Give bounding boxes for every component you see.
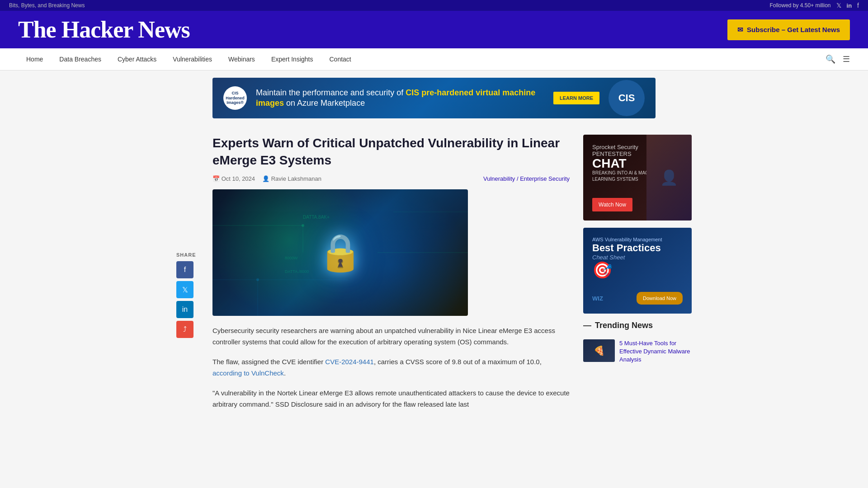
nav-webinars[interactable]: Webinars [220,48,263,70]
trending-item-1-text[interactable]: 5 Must-Have Tools for Effective Dynamic … [619,339,692,364]
vulncheck-link[interactable]: according to VulnCheck [212,369,284,377]
share-facebook-button[interactable]: f [176,261,193,278]
facebook-icon[interactable]: f [857,2,859,9]
share-buttons: f 𝕏 in ⤴ [176,261,203,338]
article-hero-image: DATTA.8AK+ 8000W DATTA./8000 🔒 [212,189,468,316]
article-main: Experts Warn of Critical Unpatched Vulne… [203,126,583,427]
aws-ad-brand: WIZ [592,295,603,302]
aws-ad-footer: WIZ Download Now [592,292,683,305]
trending-section: Trending News 🍕 5 Must-Have Tools for Ef… [583,321,692,364]
linkedin-icon[interactable]: in [847,2,852,9]
article-paragraph-2: The flaw, assigned the CVE identifier CV… [212,356,570,379]
article-sidebar: Sprocket Security PENTESTERS CHAT BREAKI… [583,126,692,427]
pentesters-ad-cta[interactable]: Watch Now [592,198,632,211]
nav-data-breaches[interactable]: Data Breaches [51,48,109,70]
aws-ad-icon: 🎯 [592,261,683,280]
banner-ad-highlight: CIS pre-hardened virtual machine images [256,88,535,108]
subscribe-icon: ✉ [737,26,743,34]
pentesters-ad[interactable]: Sprocket Security PENTESTERS CHAT BREAKI… [583,135,692,221]
aws-ad-label: AWS Vulnerability Management [592,237,683,242]
banner-ad-headline: Maintain the performance and security of… [256,88,544,109]
twitter-icon[interactable]: 𝕏 [836,2,841,9]
banner-ad-text: Maintain the performance and security of… [256,88,544,109]
nav-home[interactable]: Home [18,48,51,70]
share-sidebar: SHARE f 𝕏 in ⤴ [176,126,203,427]
subscribe-label: Subscribe – Get Latest News [747,26,840,33]
trending-item-1: 🍕 5 Must-Have Tools for Effective Dynami… [583,339,692,364]
article-image-overlay: 🔒 [212,189,468,316]
aws-ad[interactable]: AWS Vulnerability Management Best Practi… [583,228,692,314]
menu-icon[interactable]: ☰ [843,54,850,64]
aws-ad-content: AWS Vulnerability Management Best Practi… [592,237,683,280]
article-paragraph-3: "A vulnerability in the Nortek Linear eM… [212,387,570,410]
subscribe-button[interactable]: ✉ Subscribe – Get Latest News [727,19,850,40]
nav-links: Home Data Breaches Cyber Attacks Vulnera… [18,48,359,70]
article-author[interactable]: Ravie Lakshmanan [262,175,321,182]
nav-icons: 🔍 ☰ [826,54,850,64]
nav-contact[interactable]: Contact [321,48,359,70]
lock-icon: 🔒 [318,231,363,274]
article-meta: Oct 10, 2024 Ravie Lakshmanan Vulnerabil… [212,175,570,182]
article-title: Experts Warn of Critical Unpatched Vulne… [212,135,570,169]
pentesters-ad-faces: 👤 [646,135,692,221]
cve-link[interactable]: CVE-2024-9441 [325,358,374,366]
top-bar: Bits, Bytes, and Breaking News Followed … [0,0,868,11]
share-label: SHARE [176,252,203,258]
nav-expert-insights[interactable]: Expert Insights [263,48,321,70]
share-twitter-button[interactable]: 𝕏 [176,281,193,298]
banner-ad-logo: CIS Hardened Images® [223,86,247,110]
site-title[interactable]: The Hacker News [18,16,190,43]
nav-vulnerabilities[interactable]: Vulnerabilities [165,48,220,70]
share-linkedin-button[interactable]: in [176,301,193,318]
followers-text: Followed by 4.50+ million [769,2,830,9]
article-paragraph-1: Cybersecurity security researchers are w… [212,325,570,348]
main-nav: Home Data Breaches Cyber Attacks Vulnera… [0,48,868,70]
main-container: SHARE f 𝕏 in ⤴ Experts Warn of Critical … [167,126,701,427]
aws-ad-subtitle: Cheat Sheet [592,254,683,261]
article-meta-left: Oct 10, 2024 Ravie Lakshmanan [212,175,321,182]
trending-title: Trending News [583,321,692,334]
aws-ad-title: Best Practices [592,242,683,254]
banner-ad[interactable]: CIS Hardened Images® Maintain the perfor… [212,78,656,118]
share-other-button[interactable]: ⤴ [176,321,193,338]
tagline: Bits, Bytes, and Breaking News [9,2,85,9]
aws-ad-cta[interactable]: Download Now [637,292,683,305]
banner-ad-cta[interactable]: LEARN MORE [553,92,599,104]
search-icon[interactable]: 🔍 [826,54,835,64]
banner-ad-brand: CIS [609,80,645,116]
top-bar-right: Followed by 4.50+ million 𝕏 in f [769,2,859,9]
article-category[interactable]: Vulnerability / Enterprise Security [483,175,570,182]
article-date: Oct 10, 2024 [212,175,255,182]
article-body: Cybersecurity security researchers are w… [212,325,570,410]
trending-item-1-image: 🍕 [583,339,615,362]
nav-cyber-attacks[interactable]: Cyber Attacks [109,48,165,70]
header: The Hacker News ✉ Subscribe – Get Latest… [0,11,868,48]
